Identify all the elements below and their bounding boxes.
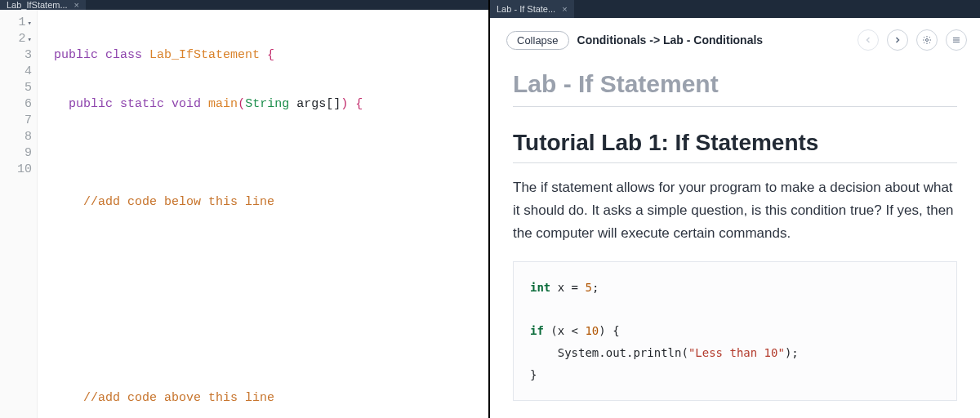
line-number: 7 [0, 113, 37, 129]
line-number: 10 [0, 162, 37, 178]
line-number: 2▾ [0, 31, 37, 47]
example-code: int x = 5; if (x < 10) { System.out.prin… [513, 261, 957, 401]
instructions-tab-label: Lab - If State... [497, 4, 555, 14]
gutter: 1▾ 2▾ 3 4 5 6 7 8 9 10 [0, 10, 38, 418]
prev-button[interactable] [858, 29, 879, 51]
close-icon[interactable]: × [562, 4, 567, 14]
line-number: 6 [0, 96, 37, 113]
line-number: 5 [0, 80, 37, 96]
breadcrumb: Conditionals -> Lab - Conditionals [577, 33, 849, 47]
svg-point-0 [926, 39, 929, 42]
code-editor[interactable]: 1▾ 2▾ 3 4 5 6 7 8 9 10 public class Lab_… [0, 10, 488, 418]
collapse-button[interactable]: Collapse [506, 31, 569, 50]
instructions-pane: Lab - If State... × Collapse Conditional… [490, 0, 980, 418]
instructions-content: Lab - If Statement Tutorial Lab 1: If St… [490, 59, 980, 418]
settings-button[interactable] [916, 29, 938, 51]
code-area[interactable]: public class Lab_IfStatement { public st… [38, 10, 488, 418]
line-number: 9 [0, 145, 37, 162]
app-root: Lab_IfStatem... × 1▾ 2▾ 3 4 5 6 7 8 9 10… [0, 0, 980, 418]
page-title: Lab - If Statement [513, 59, 957, 107]
instructions-tab[interactable]: Lab - If State... × [490, 0, 574, 18]
gear-icon [922, 35, 932, 45]
menu-icon [951, 35, 961, 45]
line-number: 1▾ [0, 15, 37, 31]
line-number: 3 [0, 47, 37, 64]
chevron-right-icon [893, 35, 902, 45]
fold-icon[interactable]: ▾ [28, 20, 32, 28]
editor-tabbar: Lab_IfStatem... × [0, 0, 488, 10]
tutorial-body: The if statement allows for your program… [513, 163, 957, 261]
menu-button[interactable] [946, 29, 967, 51]
editor-pane: Lab_IfStatem... × 1▾ 2▾ 3 4 5 6 7 8 9 10… [0, 0, 490, 418]
next-button[interactable] [887, 29, 908, 51]
fold-icon[interactable]: ▾ [28, 36, 32, 44]
line-number: 4 [0, 64, 37, 80]
instructions-tabbar: Lab - If State... × [490, 0, 980, 18]
editor-tab-label: Lab_IfStatem... [7, 0, 68, 10]
editor-tab[interactable]: Lab_IfStatem... × [0, 0, 86, 10]
close-icon[interactable]: × [74, 0, 79, 10]
instructions-toolbar: Collapse Conditionals -> Lab - Condition… [490, 18, 980, 59]
line-number: 8 [0, 129, 37, 145]
chevron-left-icon [863, 35, 873, 45]
tutorial-title: Tutorial Lab 1: If Statements [513, 107, 957, 163]
